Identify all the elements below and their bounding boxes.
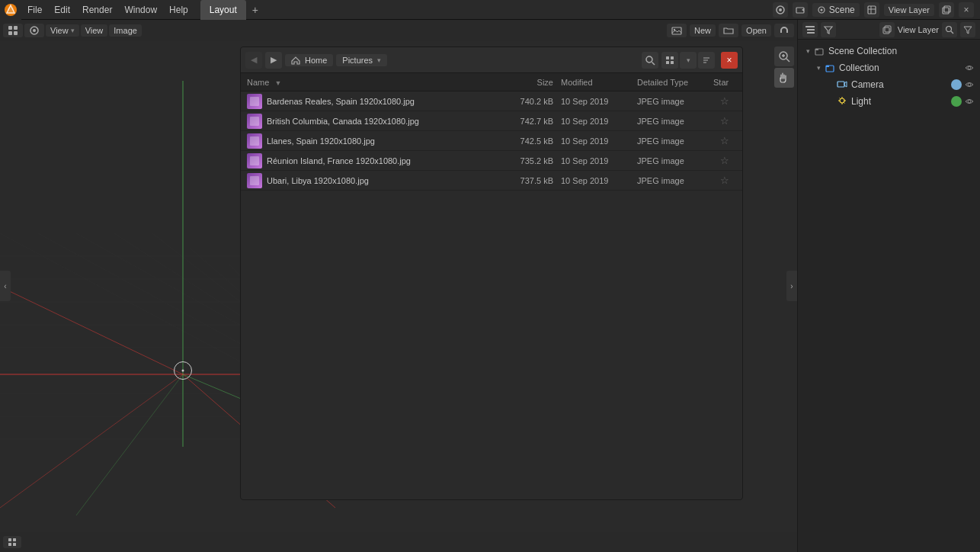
file-star-btn[interactable]: ☆	[713, 175, 736, 186]
file-star-btn[interactable]: ☆	[713, 135, 736, 146]
vp-bottom-editor-type[interactable]	[3, 536, 21, 548]
fb-search-btn[interactable]	[642, 52, 658, 69]
collection-label: Collection	[839, 63, 963, 73]
editor-type-selector[interactable]	[3, 24, 23, 37]
zoom-in-icon[interactable]	[774, 47, 794, 66]
viewport-side-tools	[774, 47, 794, 88]
fb-back-btn[interactable]: ◀	[245, 52, 262, 69]
folder-icon[interactable]	[719, 24, 738, 37]
svg-line-85	[844, 103, 845, 104]
svg-line-52	[652, 62, 655, 65]
svg-line-84	[840, 98, 841, 99]
menu-file[interactable]: File	[21, 0, 48, 20]
top-menubar: File Edit Render Window Help Layout +	[0, 0, 980, 20]
camera-icon	[836, 79, 848, 91]
outliner-scene-collection[interactable]: ▾ Scene Collection	[798, 43, 980, 59]
svg-rect-76	[837, 82, 844, 87]
view2-btn[interactable]: View	[81, 24, 108, 37]
svg-rect-67	[883, 27, 889, 34]
col-name-header[interactable]: Name ▼	[247, 78, 500, 87]
fb-home-btn[interactable]: Home	[285, 54, 333, 66]
file-row[interactable]: Llanes, Spain 1920x1080.jpg 742.5 kB 10 …	[241, 131, 742, 151]
workspace-tab-layout[interactable]: Layout	[200, 0, 246, 20]
col-type-header[interactable]: Detailed Type	[637, 78, 713, 87]
file-size: 735.2 kB	[500, 156, 561, 165]
file-star-btn[interactable]: ☆	[713, 95, 736, 107]
snap-icon[interactable]	[774, 24, 794, 37]
fb-close-btn[interactable]: ×	[721, 52, 738, 69]
add-workspace-tab[interactable]: +	[248, 2, 263, 18]
collapse-left-btn[interactable]: ‹	[0, 271, 11, 301]
fb-list-view-dropdown[interactable]: ▾	[680, 52, 697, 69]
col-size-header[interactable]: Size	[500, 78, 561, 87]
outliner-camera[interactable]: ▸ Camera	[798, 76, 980, 93]
camera-visibility-btn[interactable]	[963, 79, 975, 91]
file-row[interactable]: Réunion Island, France 1920x1080.jpg 735…	[241, 151, 742, 171]
file-size: 742.7 kB	[500, 117, 561, 126]
viewport-overlay-btn[interactable]	[24, 24, 44, 37]
outliner-type-btn[interactable]	[802, 22, 818, 37]
light-color-indicator	[951, 96, 962, 107]
scene-collection-icon	[813, 45, 825, 57]
close-window-icon[interactable]: ×	[959, 2, 974, 18]
file-row[interactable]: British Columbia, Canada 1920x1080.jpg 7…	[241, 111, 742, 131]
copy-icon[interactable]	[939, 2, 954, 18]
blender-logo[interactable]	[0, 0, 21, 20]
file-size: 740.2 kB	[500, 97, 561, 106]
col-modified-header[interactable]: Modified	[561, 78, 637, 87]
image-btn[interactable]: Image	[109, 24, 142, 37]
svg-rect-11	[943, 8, 949, 14]
home-icon	[291, 56, 300, 65]
magnet-icon	[779, 25, 789, 36]
view-layer-copy-btn[interactable]	[879, 22, 895, 37]
open-folder-icon	[723, 25, 734, 36]
eye-icon-collection	[965, 63, 974, 72]
render-icon[interactable]	[773, 2, 788, 18]
col-star-header[interactable]: Star	[713, 78, 736, 87]
scene-selector[interactable]: Scene	[812, 3, 860, 17]
view-layer-panel-text: View Layer	[898, 25, 939, 34]
file-browser-content: Name ▼ Size Modified Detailed Type Star	[241, 73, 742, 499]
fb-grid-view-btn[interactable]	[661, 52, 678, 69]
image-icon	[671, 25, 682, 36]
file-type: JPEG image	[637, 97, 713, 106]
fb-forward-btn[interactable]: ▶	[265, 52, 282, 69]
image-editor-icon[interactable]	[667, 24, 687, 37]
eye-icon-light	[965, 97, 974, 106]
file-row[interactable]: Ubari, Libya 1920x1080.jpg 737.5 kB 10 S…	[241, 171, 742, 191]
outliner-collection[interactable]: ▾ Collection	[798, 59, 980, 76]
light-visibility-btn[interactable]	[963, 95, 975, 108]
outliner-filter-btn[interactable]	[960, 22, 975, 37]
fb-path-pictures[interactable]: Pictures ▾	[336, 54, 387, 66]
hand-tool-icon[interactable]	[774, 68, 794, 88]
open-btn[interactable]: Open	[741, 24, 771, 37]
menu-edit[interactable]: Edit	[48, 0, 76, 20]
file-row[interactable]: Bardenas Reales, Spain 1920x1080.jpg 740…	[241, 91, 742, 111]
outliner-search-btn[interactable]	[942, 22, 957, 37]
svg-point-75	[968, 66, 971, 69]
view-menu-btn[interactable]: View ▾	[46, 24, 79, 37]
menu-render[interactable]: Render	[76, 0, 118, 20]
file-star-btn[interactable]: ☆	[713, 115, 736, 127]
view-layer-button[interactable]: View Layer	[884, 4, 934, 16]
light-icon	[836, 95, 848, 108]
collection-visibility-btn[interactable]	[963, 62, 975, 74]
collapse-right-btn[interactable]: ›	[786, 271, 797, 301]
camera-render-icon[interactable]	[793, 2, 808, 18]
filter-btn[interactable]	[821, 22, 836, 37]
menu-help[interactable]: Help	[163, 0, 194, 20]
menu-window[interactable]: Window	[118, 0, 163, 20]
svg-point-79	[840, 98, 844, 103]
fb-sort-btn[interactable]	[698, 52, 715, 69]
svg-rect-72	[815, 49, 818, 50]
svg-rect-8	[868, 6, 876, 14]
svg-rect-66	[807, 32, 815, 34]
view-layer-toggle-icon[interactable]	[864, 2, 879, 18]
new-image-btn[interactable]: New	[690, 24, 716, 37]
file-name: Ubari, Libya 1920x1080.jpg	[267, 176, 500, 185]
viewport-3d[interactable]: View ▾ View Image New	[0, 20, 797, 552]
file-star-btn[interactable]: ☆	[713, 155, 736, 166]
svg-rect-12	[944, 6, 950, 12]
origin-widget	[174, 361, 192, 380]
outliner-light[interactable]: ▸ Light	[798, 93, 980, 110]
